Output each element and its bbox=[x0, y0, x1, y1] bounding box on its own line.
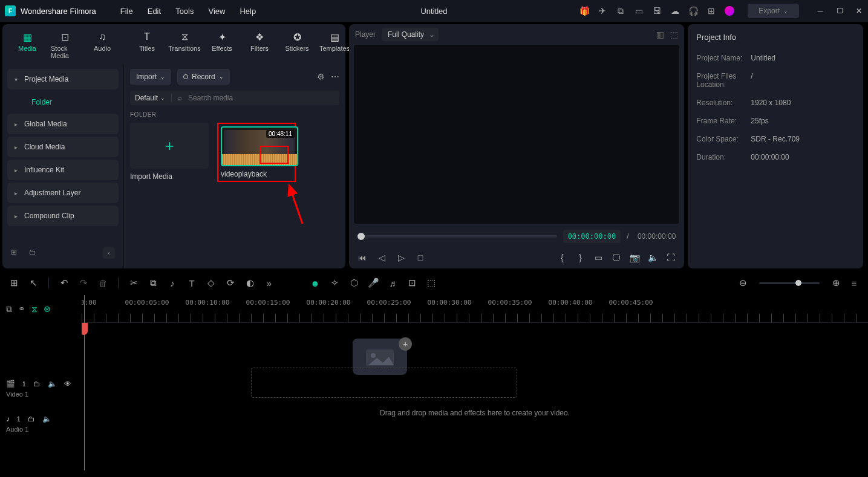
sort-dropdown[interactable]: Default⌄ bbox=[135, 94, 172, 102]
export-button[interactable]: Export⌄ bbox=[748, 4, 799, 18]
sidebar-folder[interactable]: Folder bbox=[7, 92, 119, 112]
folder-icon[interactable]: 🗀 bbox=[28, 415, 35, 423]
tab-media[interactable]: ▦Media bbox=[11, 30, 44, 60]
collapse-button[interactable]: ‹ bbox=[103, 247, 115, 259]
keyframe-icon[interactable]: ◇ bbox=[206, 277, 217, 288]
folder-icon[interactable]: 🗀 bbox=[29, 248, 39, 258]
photo-icon[interactable]: ⬚ bbox=[670, 30, 678, 39]
avatar-icon[interactable] bbox=[725, 6, 734, 16]
sidebar-project-media[interactable]: ▾Project Media bbox=[7, 69, 119, 89]
more-icon[interactable]: ⋯ bbox=[331, 72, 339, 82]
compare-icon[interactable]: ▥ bbox=[656, 30, 664, 39]
marker-icon[interactable]: ⊛ bbox=[44, 304, 51, 314]
new-folder-icon[interactable]: ⊞ bbox=[11, 248, 21, 258]
playhead[interactable] bbox=[84, 295, 85, 470]
crop-icon[interactable]: ⧉ bbox=[148, 277, 158, 288]
delete-icon[interactable]: 🗑 bbox=[97, 278, 108, 288]
timeline-body[interactable]: 00:0000:00:05:0000:00:10:0000:00:15:0000… bbox=[82, 295, 868, 470]
display-icon[interactable]: 🖵 bbox=[612, 253, 621, 262]
sidebar-influence-kit[interactable]: ▸Influence Kit bbox=[7, 160, 119, 180]
mark-in-icon[interactable]: { bbox=[557, 253, 567, 262]
close-button[interactable]: ✕ bbox=[855, 7, 863, 15]
save-icon[interactable]: 🖫 bbox=[652, 6, 662, 16]
volume-icon[interactable]: 🔈 bbox=[648, 253, 658, 262]
shield-icon[interactable]: ⬡ bbox=[348, 277, 359, 288]
play-icon[interactable]: ▷ bbox=[396, 253, 406, 262]
ratio-icon[interactable]: ▭ bbox=[593, 253, 603, 262]
cut-icon[interactable]: ✂ bbox=[128, 277, 139, 288]
mark-out-icon[interactable]: } bbox=[575, 253, 585, 262]
send-icon[interactable]: ✈ bbox=[598, 6, 607, 16]
mic-icon[interactable]: 🎤 bbox=[368, 277, 379, 288]
prev-frame-icon[interactable]: ⏮ bbox=[357, 253, 367, 262]
fullscreen-icon[interactable]: ⛶ bbox=[666, 253, 676, 262]
tab-filters[interactable]: ❖Filters bbox=[243, 30, 276, 60]
zoom-out-icon[interactable]: ⊖ bbox=[737, 277, 748, 288]
music-icon[interactable]: ♪ bbox=[167, 278, 178, 288]
link-icon[interactable]: ⚭ bbox=[18, 304, 25, 314]
import-dropdown[interactable]: Import⌄ bbox=[130, 69, 171, 85]
tab-effects[interactable]: ✦Effects bbox=[206, 30, 238, 60]
tab-titles[interactable]: TTitles bbox=[131, 30, 163, 60]
timeline-ruler[interactable]: 00:0000:00:05:0000:00:10:0000:00:15:0000… bbox=[82, 295, 868, 323]
audio-beat-icon[interactable]: ♬ bbox=[387, 278, 398, 288]
layout-icon[interactable]: ⊞ bbox=[8, 277, 19, 288]
audio-track-header[interactable]: ♪1 🗀 🔈 Audio 1 bbox=[0, 406, 82, 441]
menu-tools[interactable]: Tools bbox=[175, 7, 194, 16]
tab-stock[interactable]: ⊡Stock Media bbox=[48, 30, 81, 60]
more-tools-icon[interactable]: » bbox=[264, 278, 275, 288]
menu-file[interactable]: File bbox=[120, 7, 133, 16]
menu-view[interactable]: View bbox=[208, 7, 225, 16]
redo-icon[interactable]: ↷ bbox=[78, 277, 89, 288]
gift-icon[interactable]: 🎁 bbox=[579, 6, 589, 16]
caption-icon[interactable]: ⬚ bbox=[426, 277, 437, 288]
headphone-icon[interactable]: 🎧 bbox=[688, 6, 698, 16]
search-input[interactable] bbox=[188, 94, 334, 102]
select-icon[interactable]: ↖ bbox=[28, 277, 39, 288]
tab-templates[interactable]: ▤Templates bbox=[318, 30, 351, 60]
drop-zone[interactable] bbox=[251, 368, 517, 398]
filter-icon[interactable]: ⚙ bbox=[317, 72, 325, 82]
cloud-icon[interactable]: ☁ bbox=[670, 6, 680, 16]
record-dropdown[interactable]: Record⌄ bbox=[177, 69, 230, 85]
snapshot-icon[interactable]: 📷 bbox=[630, 253, 639, 262]
stop-icon[interactable]: □ bbox=[416, 253, 425, 262]
import-media-card[interactable]: + bbox=[130, 123, 209, 169]
eye-icon[interactable]: 👁 bbox=[64, 380, 71, 388]
track-add-icon[interactable]: ⧉ bbox=[6, 304, 12, 314]
folder-icon[interactable]: 🗀 bbox=[33, 380, 41, 388]
zoom-slider[interactable] bbox=[759, 282, 820, 284]
sidebar-compound-clip[interactable]: ▸Compound Clip bbox=[7, 206, 119, 226]
sidebar-adjustment-layer[interactable]: ▸Adjustment Layer bbox=[7, 183, 119, 203]
color-icon[interactable]: ◐ bbox=[244, 277, 255, 288]
speed-icon[interactable]: ⟳ bbox=[225, 277, 236, 288]
tab-stickers[interactable]: ✪Stickers bbox=[281, 30, 313, 60]
device-icon[interactable]: ⧉ bbox=[616, 6, 625, 16]
zoom-handle[interactable] bbox=[795, 280, 801, 286]
step-back-icon[interactable]: ◁ bbox=[377, 253, 387, 262]
ai-icon[interactable]: ☻ bbox=[310, 278, 321, 288]
maximize-button[interactable]: ☐ bbox=[835, 7, 844, 15]
text-icon[interactable]: T bbox=[186, 278, 197, 288]
preview-viewport[interactable] bbox=[354, 45, 679, 224]
tab-transitions[interactable]: ⧖Transitions bbox=[168, 30, 201, 60]
enhance-icon[interactable]: ✧ bbox=[329, 277, 340, 288]
quality-dropdown[interactable]: Full Quality bbox=[382, 28, 439, 41]
menu-help[interactable]: Help bbox=[240, 7, 256, 16]
grid-icon[interactable]: ⊞ bbox=[706, 6, 716, 16]
menu-edit[interactable]: Edit bbox=[148, 7, 161, 16]
undo-icon[interactable]: ↶ bbox=[59, 277, 70, 288]
magnet-icon[interactable]: ⧖ bbox=[31, 304, 38, 314]
track-options-icon[interactable]: ≡ bbox=[849, 278, 860, 288]
zoom-in-icon[interactable]: ⊕ bbox=[830, 277, 841, 288]
screen-icon[interactable]: ▭ bbox=[634, 6, 644, 16]
video-track-header[interactable]: 🎬1 🗀 🔈 👁 Video 1 bbox=[0, 371, 82, 406]
picture-icon[interactable]: ⊡ bbox=[406, 277, 417, 288]
mute-icon[interactable]: 🔈 bbox=[42, 415, 51, 423]
mute-icon[interactable]: 🔈 bbox=[48, 380, 57, 388]
scrubber-handle[interactable] bbox=[357, 233, 365, 240]
sidebar-cloud-media[interactable]: ▸Cloud Media bbox=[7, 137, 119, 157]
minimize-button[interactable]: ─ bbox=[816, 7, 824, 15]
tab-audio[interactable]: ♫Audio bbox=[86, 30, 119, 60]
clip-thumbnail[interactable]: 00:48:11 bbox=[221, 126, 298, 166]
